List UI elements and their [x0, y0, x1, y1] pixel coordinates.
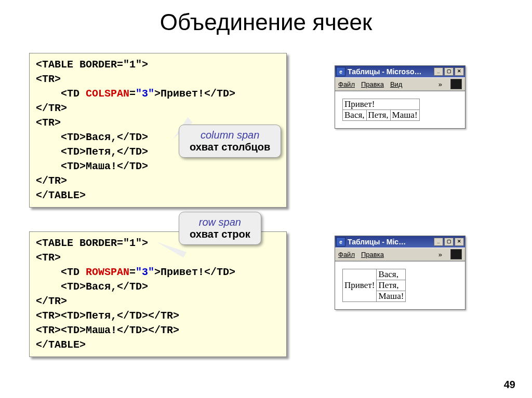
cell: Маша! [377, 291, 406, 302]
throbber-icon [450, 79, 462, 89]
code-block-rowspan: <TABLE BORDER="1"> <TR> <TD ROWSPAN="3">… [29, 231, 287, 357]
window-title: Таблицы - Mic… [348, 238, 406, 246]
callout-line-1: column span [190, 129, 270, 141]
menu-file[interactable]: Файл [338, 80, 355, 88]
cell: Вася, [377, 269, 406, 280]
keyword-rowspan: ROWSPAN [86, 266, 129, 278]
page-number: 49 [504, 379, 515, 391]
menu-more-icon[interactable]: » [438, 80, 442, 88]
client-area: Привет! Вася, Петя, Маша! [335, 261, 465, 309]
menubar: Файл Правка » [335, 248, 465, 261]
throbber-icon [450, 249, 462, 259]
rendered-table-rowspan: Привет! Вася, Петя, Маша! [342, 269, 406, 302]
ie-icon: e [336, 237, 345, 246]
client-area: Привет! Вася, Петя, Маша! [335, 91, 465, 128]
slide-title: Объединение ячеек [0, 9, 532, 35]
close-button[interactable]: ✕ [455, 67, 464, 76]
browser-window-rowspan: e Таблицы - Mic… _ ▢ ✕ Файл Правка » При… [335, 236, 466, 310]
minimize-button[interactable]: _ [434, 238, 443, 246]
cell: Маша! [390, 110, 419, 121]
menu-view[interactable]: Вид [390, 80, 403, 88]
cell: Вася, [343, 110, 367, 121]
window-title: Таблицы - Microso… [348, 67, 421, 76]
close-button[interactable]: ✕ [455, 238, 464, 246]
titlebar: e Таблицы - Mic… _ ▢ ✕ [335, 236, 465, 248]
cell: Привет! [343, 99, 420, 110]
menu-edit[interactable]: Правка [361, 80, 384, 88]
menubar: Файл Правка Вид » [335, 77, 465, 91]
maximize-button[interactable]: ▢ [444, 67, 454, 76]
cell: Петя, [366, 110, 390, 121]
cell: Привет! [343, 269, 377, 302]
menu-more-icon[interactable]: » [438, 251, 442, 258]
callout-line-1: row span [190, 216, 250, 228]
minimize-button[interactable]: _ [434, 67, 443, 76]
callout-column-span: column span охват столбцов [179, 125, 281, 158]
ie-icon: e [336, 67, 345, 76]
rendered-table-colspan: Привет! Вася, Петя, Маша! [342, 99, 420, 121]
menu-file[interactable]: Файл [338, 251, 355, 258]
cell: Петя, [377, 280, 406, 291]
callout-line-2: охват строк [190, 228, 250, 240]
titlebar: e Таблицы - Microso… _ ▢ ✕ [335, 66, 465, 77]
keyword-colspan: COLSPAN [86, 88, 129, 100]
menu-edit[interactable]: Правка [361, 251, 384, 258]
callout-row-span: row span охват строк [179, 212, 261, 245]
maximize-button[interactable]: ▢ [444, 238, 454, 246]
callout-line-2: охват столбцов [190, 141, 270, 153]
browser-window-colspan: e Таблицы - Microso… _ ▢ ✕ Файл Правка В… [335, 65, 466, 129]
